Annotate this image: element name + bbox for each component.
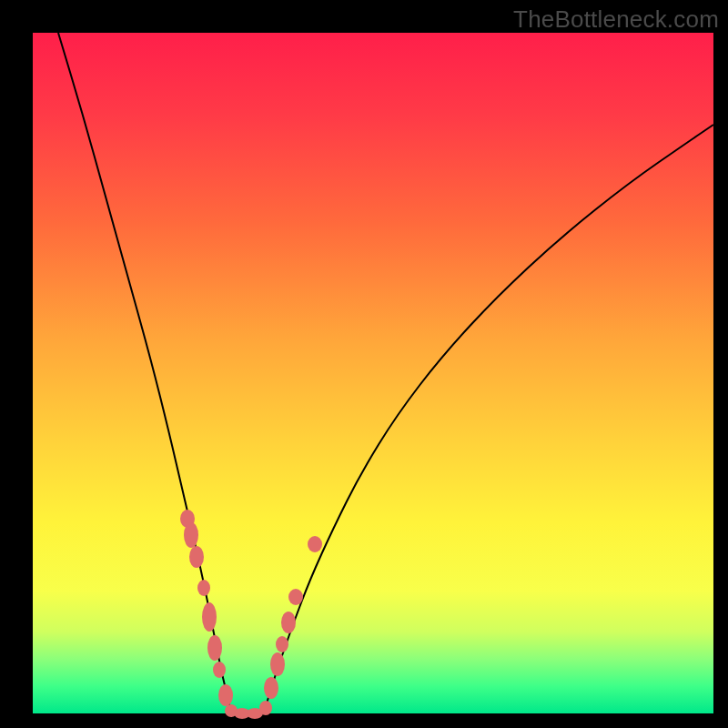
bead-dot xyxy=(264,677,278,699)
bead-group xyxy=(180,510,322,719)
curve-right-branch xyxy=(265,125,713,710)
bead-dot xyxy=(281,612,296,633)
bead-dot xyxy=(259,701,272,715)
watermark-text: TheBottleneck.com xyxy=(513,5,719,34)
chart-frame: TheBottleneck.com xyxy=(0,0,728,728)
bead-dot xyxy=(189,546,204,568)
bead-dot xyxy=(308,536,322,552)
bead-dot xyxy=(197,580,210,596)
bead-dot xyxy=(276,636,288,652)
chart-svg xyxy=(33,33,713,713)
bead-dot xyxy=(270,652,285,676)
bead-dot xyxy=(218,684,233,706)
plot-area xyxy=(33,33,713,713)
bead-dot xyxy=(288,589,303,605)
bead-dot xyxy=(213,662,226,678)
bead-dot xyxy=(202,602,217,632)
bead-dot xyxy=(184,522,198,548)
bead-dot xyxy=(207,635,222,661)
